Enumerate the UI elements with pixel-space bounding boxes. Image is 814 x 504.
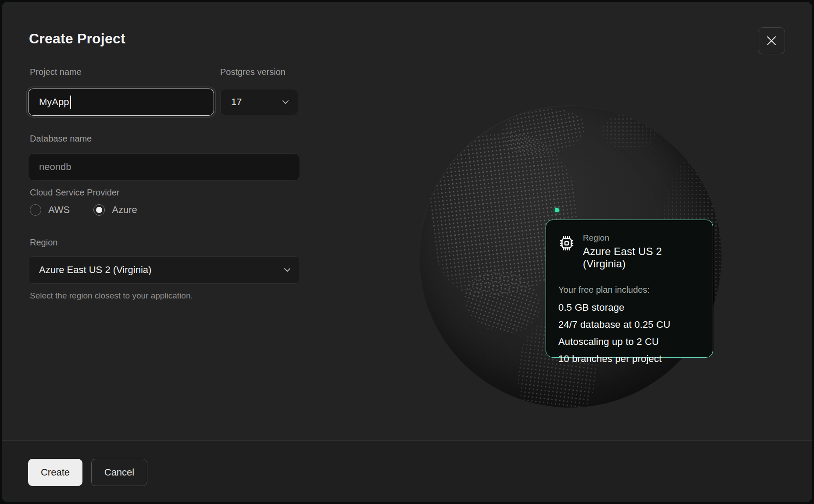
postgres-version-value: 17 — [231, 96, 242, 108]
region-helper-text: Select the region closest to your applic… — [30, 291, 193, 301]
page-background: Create Project — [0, 0, 814, 504]
database-name-label: Database name — [30, 134, 92, 144]
chevron-down-icon — [282, 100, 289, 104]
postgres-version-select[interactable]: 17 — [220, 89, 298, 115]
chevron-down-icon — [284, 268, 291, 272]
region-tooltip: Region Azure East US 2 (Virginia) Your f… — [546, 220, 713, 358]
project-name-input[interactable]: MyApp — [28, 89, 214, 116]
cloud-provider-label: Cloud Service Provider — [30, 188, 120, 198]
radio-unselected-icon — [30, 204, 41, 216]
close-button[interactable] — [758, 27, 785, 54]
radio-selected-icon — [93, 204, 105, 216]
tooltip-region-kicker: Region — [583, 233, 700, 243]
modal-footer: Create Cancel — [2, 440, 812, 502]
tooltip-feature-branches: 10 branches per project — [558, 353, 700, 365]
text-caret — [70, 96, 71, 109]
database-name-input[interactable] — [28, 153, 300, 181]
cpu-chip-icon — [558, 235, 575, 252]
cancel-button[interactable]: Cancel — [91, 459, 147, 486]
postgres-version-label: Postgres version — [220, 67, 286, 77]
tooltip-plan-heading: Your free plan includes: — [558, 285, 700, 295]
radio-aws[interactable]: AWS — [30, 204, 70, 216]
page-title: Create Project — [29, 31, 125, 47]
create-project-modal: Create Project — [2, 2, 812, 502]
radio-aws-label: AWS — [48, 204, 70, 216]
globe-dots-north-atlantic — [601, 113, 658, 150]
region-marker-dot — [555, 208, 559, 212]
project-name-value: MyApp — [39, 96, 69, 108]
region-select-value: Azure East US 2 (Virginia) — [39, 264, 151, 276]
tooltip-feature-database: 24/7 database at 0.25 CU — [558, 319, 700, 330]
create-button[interactable]: Create — [28, 459, 82, 486]
tooltip-feature-storage: 0.5 GB storage — [558, 302, 700, 313]
radio-azure[interactable]: Azure — [93, 204, 137, 216]
tooltip-feature-autoscaling: Autoscaling up to 2 CU — [558, 336, 700, 348]
region-select[interactable]: Azure East US 2 (Virginia) — [28, 256, 300, 284]
tooltip-region-title: Azure East US 2 (Virginia) — [583, 245, 700, 270]
radio-azure-label: Azure — [112, 204, 137, 216]
close-icon — [765, 35, 778, 47]
region-label: Region — [30, 238, 57, 248]
project-name-label: Project name — [30, 67, 82, 77]
